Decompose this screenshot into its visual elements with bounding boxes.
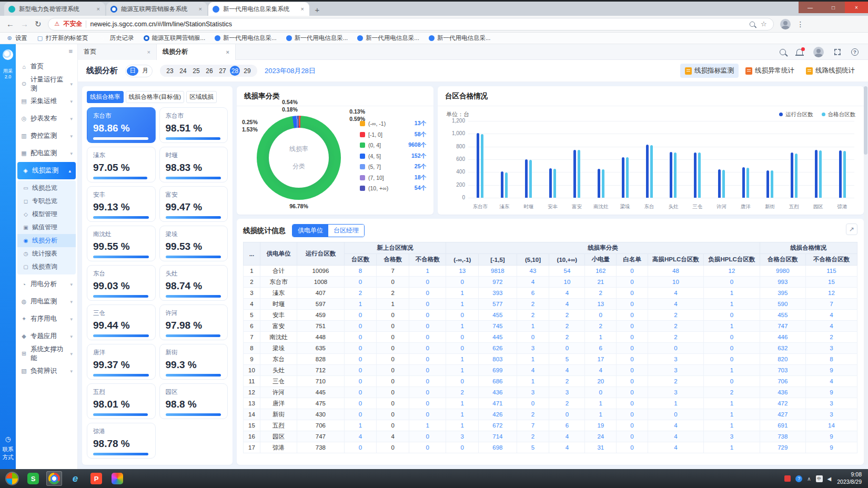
system-clock[interactable]: 9:08 2023/8/29	[837, 471, 862, 485]
bookmark-item[interactable]: 能源互联网营销服...	[144, 34, 206, 42]
day-chip[interactable]: 23	[164, 66, 176, 76]
table-cell[interactable]: 0	[704, 376, 760, 387]
unit-card[interactable]: 时堰98.83 %	[159, 147, 228, 182]
table-cell[interactable]: 0	[617, 387, 648, 398]
table-cell[interactable]: 0	[344, 387, 377, 398]
table-cell[interactable]: 436	[760, 387, 805, 398]
table-cell[interactable]: 0	[409, 332, 446, 343]
table-cell[interactable]: 747	[760, 321, 805, 332]
legend-count[interactable]: 152个	[411, 152, 426, 160]
legend-item[interactable]: (0, 4]9608个	[360, 141, 426, 149]
toolbar-button[interactable]: 线损异常统计	[741, 64, 799, 78]
table-cell[interactable]: 1	[446, 420, 479, 431]
day-chip[interactable]: 27	[217, 66, 228, 76]
table-cell[interactable]: 21	[585, 277, 617, 288]
bookmark-item[interactable]: 新一代用电信息采...	[357, 34, 419, 42]
tab-close-icon[interactable]: ×	[300, 6, 305, 12]
day-chip[interactable]: 28	[230, 66, 240, 76]
sidebar-item[interactable]: ◎抄表发布▾	[16, 110, 77, 127]
table-cell[interactable]: 703	[760, 365, 805, 376]
table-cell[interactable]: 0	[409, 277, 446, 288]
bookmark-star-icon[interactable]: ☆	[761, 20, 767, 28]
unit-card[interactable]: 头灶98.74 %	[159, 265, 228, 301]
table-cell[interactable]: 2	[517, 310, 549, 321]
unit-card[interactable]: 三仓99.44 %	[87, 304, 156, 340]
sidebar-item[interactable]: ◔用电分析▾	[16, 276, 77, 293]
table-cell[interactable]: 2	[549, 310, 585, 321]
table-cell[interactable]: 1	[585, 398, 617, 409]
table-cell[interactable]: 2	[704, 387, 760, 398]
bookmark-item[interactable]: 新一代用电信息采...	[429, 34, 491, 42]
table-cell[interactable]: 1	[704, 365, 760, 376]
sidebar-item[interactable]: ⌂首页	[16, 58, 77, 75]
table-cell[interactable]: 2	[549, 321, 585, 332]
wps-icon[interactable]: S	[25, 471, 41, 486]
table-cell[interactable]: 1	[344, 420, 377, 431]
table-cell[interactable]: 8	[805, 354, 857, 365]
start-icon[interactable]	[4, 471, 20, 486]
new-tab-button[interactable]: +	[310, 3, 324, 16]
table-cell[interactable]: 3	[704, 431, 760, 442]
table-cell[interactable]: 0	[409, 354, 446, 365]
table-cell[interactable]: 12	[805, 288, 857, 299]
not-secure-label[interactable]: 不安全	[63, 19, 82, 28]
page-tab[interactable]: 线损分析×	[157, 44, 236, 60]
table-cell[interactable]: 0	[704, 277, 760, 288]
table-cell[interactable]: 626	[479, 343, 517, 354]
toolbar-button[interactable]: 线损指标监测	[680, 64, 739, 78]
table-cell[interactable]: 4	[549, 431, 585, 442]
window-close-button[interactable]: ×	[845, 2, 868, 13]
table-cell[interactable]: 0	[409, 387, 446, 398]
help-icon[interactable]: ?	[851, 48, 859, 56]
sidebar-item[interactable]: ▥费控监测▾	[16, 127, 77, 145]
table-cell[interactable]: 0	[704, 310, 760, 321]
unit-card[interactable]: 安丰99.13 %	[87, 186, 156, 222]
panel-tab[interactable]: 区域线损	[186, 91, 217, 103]
table-cell[interactable]: 3	[517, 387, 549, 398]
ie-icon[interactable]: e	[67, 471, 83, 486]
search-icon[interactable]	[750, 21, 755, 26]
bookmark-item[interactable]: ◷历史记录	[98, 34, 134, 42]
table-cell[interactable]: 0	[585, 310, 617, 321]
table-cell[interactable]: 4	[648, 431, 703, 442]
panel-tab[interactable]: 线损合格率(目标值)	[126, 91, 185, 103]
sidebar-item[interactable]: ✦有序用电▾	[16, 310, 77, 328]
table-cell[interactable]: 0	[409, 365, 446, 376]
table-cell[interactable]: 1	[446, 398, 479, 409]
table-cell[interactable]: 1	[446, 321, 479, 332]
table-cell[interactable]: 1	[344, 299, 377, 310]
table-cell[interactable]: 19	[585, 420, 617, 431]
table-cell[interactable]: 3	[517, 343, 549, 354]
day-chip[interactable]: 26	[204, 66, 215, 76]
table-cell[interactable]: 54	[549, 266, 585, 277]
sidebar-item[interactable]: ◍用电监测▾	[16, 293, 77, 310]
page-tab[interactable]: 首页×	[78, 44, 157, 60]
palette-icon[interactable]	[109, 471, 125, 486]
table-cell[interactable]: 8	[344, 266, 377, 277]
table-cell[interactable]: 426	[479, 409, 517, 420]
sidebar-subitem[interactable]: ◷统计报表	[17, 247, 76, 260]
table-cell[interactable]: 1	[585, 332, 617, 343]
day-chip[interactable]: 25	[190, 66, 202, 76]
content-scrollbar[interactable]	[864, 86, 867, 465]
sidebar-item[interactable]: ▤采集运维▾	[16, 93, 77, 110]
qhelp-tray-icon[interactable]: ?	[795, 475, 802, 482]
legend-item[interactable]: (4, 5]152个	[360, 152, 426, 160]
legend-item[interactable]: (10, +∞)54个	[360, 185, 426, 192]
table-cell[interactable]: 4	[585, 365, 617, 376]
table-cell[interactable]: 15	[805, 277, 857, 288]
table-cell[interactable]: 0	[409, 409, 446, 420]
table-cell[interactable]: 3	[648, 365, 703, 376]
tab-close-icon[interactable]: ×	[198, 6, 203, 12]
table-cell[interactable]: 0	[517, 398, 549, 409]
legend-count[interactable]: 13个	[415, 120, 426, 127]
table-cell[interactable]: 4	[648, 299, 703, 310]
fullscreen-icon[interactable]	[834, 49, 841, 55]
table-cell[interactable]: 0	[344, 365, 377, 376]
table-cell[interactable]: 686	[479, 376, 517, 387]
sidebar-subitem[interactable]: ▢线损查询	[17, 260, 76, 273]
browser-profile-avatar[interactable]	[780, 19, 791, 29]
table-cell[interactable]: 395	[760, 288, 805, 299]
table-cell[interactable]: 0	[617, 398, 648, 409]
sidebar-item[interactable]: ▧负荷辨识▾	[16, 362, 77, 380]
